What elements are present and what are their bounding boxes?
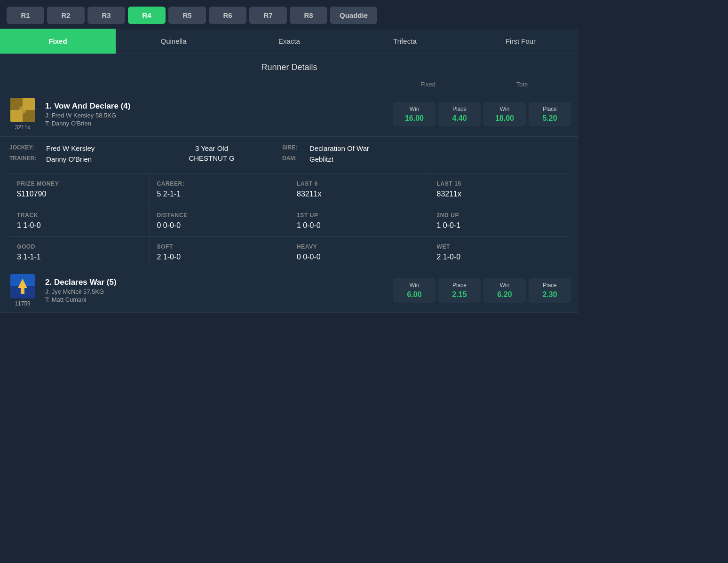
race-tab-r7[interactable]: R7 (249, 7, 287, 24)
race-tab-r4[interactable]: R4 (128, 7, 166, 24)
runner1-fixed-place[interactable]: Place 4.40 (438, 102, 481, 126)
runner-name-1: 1. Vow And Declare (4) (45, 102, 386, 111)
runner-silk-num-1: 3211x (8, 124, 38, 131)
svg-rect-7 (21, 288, 24, 294)
runner1-trainer-detail: Danny O'Brien (46, 155, 92, 163)
runner1-stats-row2: TRACK 1 1-0-0 DISTANCE 0 0-0-0 1ST UP 1 … (9, 205, 569, 237)
runner1-dam: Geblitzt (309, 155, 333, 163)
runner1-jockey-detail: Fred W Kersley (46, 144, 95, 152)
trainer-label: TRAINER: (9, 155, 42, 163)
runner1-last6: LAST 6 83211x (289, 174, 429, 205)
jockey-label: JOCKEY: (9, 144, 42, 152)
runner1-prize-money: PRIZE MONEY $110790 (9, 174, 150, 205)
runner-info-1: 1. Vow And Declare (4) J: Fred W Kersley… (45, 102, 386, 127)
runner2-tote-win[interactable]: Win 6.20 (483, 278, 526, 303)
runner1-tote-win[interactable]: Win 18.00 (483, 102, 526, 126)
bet-tab-exacta[interactable]: Exacta (231, 29, 347, 54)
race-tab-r5[interactable]: R5 (168, 7, 206, 24)
race-tab-quaddie[interactable]: Quaddie (330, 7, 377, 24)
runner1-heavy: HEAVY 0 0-0-0 (289, 237, 429, 268)
runner1-fixed-win[interactable]: Win 16.00 (393, 102, 435, 126)
runner-trainer-2: T: Matt Cumani (45, 296, 386, 303)
runner-silk-1: 3211x (8, 98, 38, 131)
runner1-career: CAREER: 5 2-1-1 (150, 174, 290, 205)
runner1-tote-place[interactable]: Place 5.20 (529, 102, 571, 126)
runner-jockey-1: J: Fred W Kersley 58.5KG (45, 112, 386, 119)
runner-info-2: 2. Declares War (5) J: Jye McNeil 57.5KG… (45, 278, 386, 303)
dam-label: DAM: (282, 155, 306, 163)
svg-point-3 (19, 106, 26, 114)
runner1-wet: WET 2 1-0-0 (429, 237, 570, 268)
runner-silk-2: 11759 (8, 274, 38, 307)
runner-trainer-1: T: Danny O'Brien (45, 120, 386, 127)
race-tab-r2[interactable]: R2 (47, 7, 85, 24)
runner1-color: CHESTNUT G (160, 154, 263, 162)
runner2-fixed-place[interactable]: Place 2.15 (438, 278, 481, 303)
runner-silk-num-2: 11759 (8, 300, 38, 307)
runner1-age: 3 Year Old (160, 144, 263, 152)
race-tab-r8[interactable]: R8 (290, 7, 327, 24)
runner2-tote-place[interactable]: Place 2.30 (529, 278, 571, 303)
sire-label: SIRE: (282, 144, 306, 152)
runner1-stats-row3: GOOD 3 1-1-1 SOFT 2 1-0-0 HEAVY 0 0-0-0 … (9, 237, 569, 268)
bet-tab-trifecta[interactable]: Trifecta (347, 29, 463, 54)
runner-jockey-2: J: Jye McNeil 57.5KG (45, 288, 386, 295)
bet-tab-first-four[interactable]: First Four (463, 29, 578, 54)
runner-name-2: 2. Declares War (5) (45, 278, 386, 287)
runner-odds-1: Win 16.00 Place 4.40 Win 18.00 Place 5.2… (393, 102, 571, 126)
runner1-track: TRACK 1 1-0-0 (9, 205, 150, 236)
runner1-detail-section: JOCKEY: Fred W Kersley TRAINER: Danny O'… (0, 137, 578, 268)
runner1-soft: SOFT 2 1-0-0 (150, 237, 290, 268)
runner-odds-2: Win 6.00 Place 2.15 Win 6.20 Place 2.30 (393, 278, 571, 303)
runner1-second-up: 2ND UP 1 0-0-1 (429, 205, 570, 236)
bet-tab-quinella[interactable]: Quinella (116, 29, 231, 54)
runner1-distance: DISTANCE 0 0-0-0 (150, 205, 290, 236)
race-tab-r3[interactable]: R3 (87, 7, 125, 24)
runner-row-2: 11759 2. Declares War (5) J: Jye McNeil … (0, 268, 578, 313)
runner1-jt-row: JOCKEY: Fred W Kersley TRAINER: Danny O'… (9, 137, 569, 174)
runner1-stats-row1: PRIZE MONEY $110790 CAREER: 5 2-1-1 LAST… (9, 174, 569, 205)
bet-tabs: Fixed Quinella Exacta Trifecta First Fou… (0, 29, 578, 54)
runner1-good: GOOD 3 1-1-1 (9, 237, 150, 268)
runner1-first-up: 1ST UP 1 0-0-0 (289, 205, 429, 236)
runner1-sire: Declaration Of War (309, 144, 369, 152)
race-tab-r6[interactable]: R6 (209, 7, 246, 24)
runner-details-heading: Runner Details (0, 54, 578, 77)
runner1-last15: LAST 15 83211x (429, 174, 570, 205)
runner2-fixed-win[interactable]: Win 6.00 (393, 278, 435, 303)
race-tabs: R1 R2 R3 R4 R5 R6 R7 R8 Quaddie (0, 0, 578, 29)
bet-tab-fixed[interactable]: Fixed (0, 29, 116, 54)
tote-header-label: Tote (475, 81, 569, 88)
runner-row-1: 3211x 1. Vow And Declare (4) J: Fred W K… (0, 92, 578, 137)
race-tab-r1[interactable]: R1 (7, 7, 44, 24)
fixed-header-label: Fixed (381, 81, 475, 88)
